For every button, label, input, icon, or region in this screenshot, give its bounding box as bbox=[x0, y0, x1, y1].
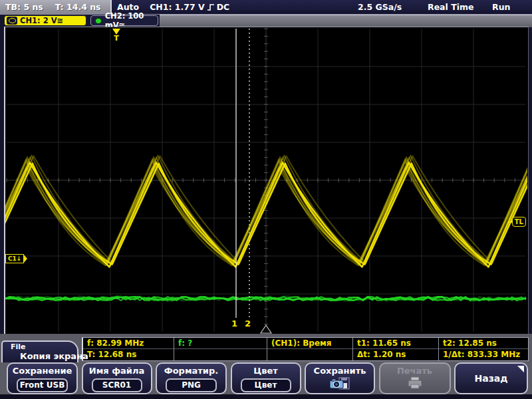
waveform-canvas bbox=[5, 27, 527, 334]
status-bar: TB: 5 ns T: 14.4 ns Auto CH1: 1.77 V DC … bbox=[0, 0, 532, 15]
save-destination-label: Сохранение bbox=[8, 366, 76, 376]
format-value: PNG bbox=[166, 378, 217, 392]
print-label: Печать bbox=[380, 366, 450, 376]
channel1-level-marker[interactable]: C1↓ bbox=[5, 254, 24, 263]
bottom-strip bbox=[0, 394, 532, 399]
measurement-cell-t2: t2: 12.85 ns 1/Δt: 833.33 MHz bbox=[439, 338, 528, 360]
back-corner-icon bbox=[517, 366, 524, 372]
acquisition-mode: Real Time bbox=[428, 0, 474, 14]
timebase-value: TB: 5 ns bbox=[5, 2, 43, 12]
measurement-cell-frequency: f: 82.99 MHz T: 12.68 ns bbox=[83, 338, 174, 360]
ch2-frequency-value: f: ? bbox=[174, 338, 267, 349]
toolbar-spacer bbox=[160, 15, 532, 27]
trigger-time-value: T: 14.4 ns bbox=[55, 2, 101, 12]
measurement-cell-t1: t1: 11.65 ns Δt: 1.20 ns bbox=[353, 338, 439, 360]
print-button[interactable]: Печать bbox=[379, 362, 451, 394]
format-button[interactable]: Форматир. PNG bbox=[156, 362, 227, 394]
waveform-display: T C1↓ TL 1 2 bbox=[4, 27, 529, 335]
color-button[interactable]: Цвет Цвет bbox=[231, 362, 301, 394]
file-name-label: Имя файла bbox=[83, 366, 151, 376]
trigger-marker-label: T bbox=[110, 35, 122, 43]
sample-rate: 2.5 GSa/s bbox=[358, 0, 402, 14]
cursor-type-empty bbox=[267, 349, 352, 360]
ch1-period-value: T: 12.68 ns bbox=[83, 349, 174, 360]
back-button[interactable]: Назад bbox=[454, 362, 528, 394]
color-value: Цвет bbox=[241, 378, 291, 392]
menu-root-label: File bbox=[11, 342, 26, 351]
menu-path-tab: File Копия экрана bbox=[1, 340, 78, 362]
ch1-frequency-value: f: 82.99 MHz bbox=[83, 338, 174, 349]
format-label: Форматир. bbox=[157, 366, 225, 376]
back-label: Назад bbox=[456, 373, 527, 384]
menu-page-title: Копия экрана bbox=[20, 351, 88, 361]
channel1-label: CH1: 2 V≅ bbox=[20, 16, 63, 25]
cursor1-label[interactable]: 1 bbox=[231, 319, 237, 329]
save-destination-button[interactable]: Сохранение Front USB bbox=[7, 362, 78, 394]
cursor-inverse-delta-t-value: 1/Δt: 833.33 MHz bbox=[439, 349, 528, 360]
timebase-section: TB: 5 ns T: 14.4 ns bbox=[0, 0, 112, 14]
trigger-settings: CH1: 1.77 V DC bbox=[150, 2, 229, 12]
cursor-t2-value: t2: 12.85 ns bbox=[439, 338, 528, 349]
cursor2-label[interactable]: 2 bbox=[245, 319, 251, 329]
oscilloscope-screen: TB: 5 ns T: 14.4 ns Auto CH1: 1.77 V DC … bbox=[0, 0, 532, 399]
trigger-mode: Auto bbox=[117, 2, 139, 12]
trigger-source-level: CH1: 1.77 V bbox=[150, 2, 205, 12]
channel2-dot-icon bbox=[95, 18, 102, 24]
cursor-type-label: (CH1): Время bbox=[267, 338, 352, 349]
trigger-position-marker[interactable]: T bbox=[110, 29, 122, 43]
cursor-delta-t-value: Δt: 1.20 ns bbox=[353, 349, 438, 360]
softkey-menu: Сохранение Front USB Имя файла SCR01 Фор… bbox=[7, 362, 528, 394]
cursor-t1-value: t1: 11.65 ns bbox=[353, 338, 438, 349]
file-name-value: SCR01 bbox=[92, 378, 142, 392]
ch2-empty-value bbox=[174, 349, 267, 360]
channel1-waveform-icon bbox=[7, 17, 17, 25]
measurement-cell-cursor-type: (CH1): Время bbox=[267, 338, 353, 360]
trigger-coupling: DC bbox=[217, 2, 230, 12]
run-state: Run bbox=[492, 0, 510, 14]
channel2-badge[interactable]: CH2: 100 mV≅ bbox=[90, 15, 158, 26]
channel1-badge[interactable]: CH1: 2 V≅ bbox=[4, 15, 86, 26]
measurement-cell-ch2-frequency: f: ? bbox=[174, 338, 267, 360]
rising-edge-icon bbox=[207, 3, 215, 11]
save-destination-value: Front USB bbox=[17, 378, 68, 392]
file-name-button[interactable]: Имя файла SCR01 bbox=[82, 362, 152, 394]
printer-icon bbox=[380, 376, 450, 392]
color-label: Цвет bbox=[232, 366, 300, 376]
camera-save-icon bbox=[306, 376, 374, 394]
trigger-level-marker[interactable]: TL bbox=[512, 217, 526, 227]
measurement-bar: f: 82.99 MHz T: 12.68 ns f: ? (CH1): Вре… bbox=[82, 337, 529, 361]
save-screenshot-button[interactable]: Сохранить bbox=[305, 362, 375, 394]
save-screenshot-label: Сохранить bbox=[306, 366, 374, 376]
